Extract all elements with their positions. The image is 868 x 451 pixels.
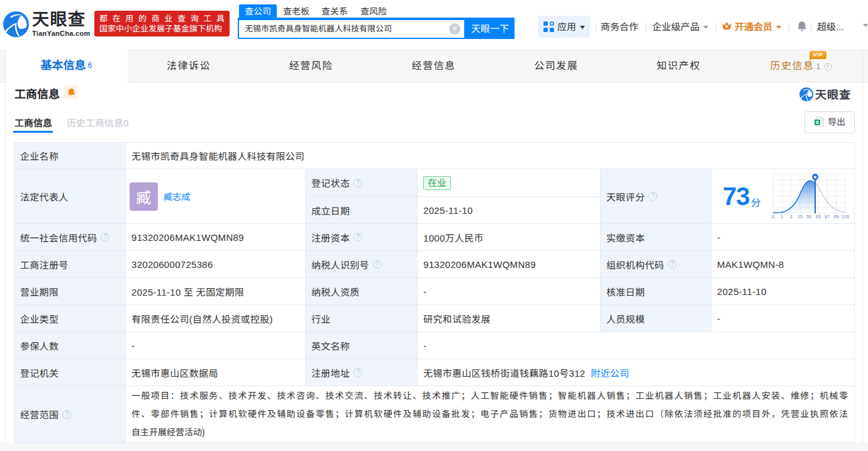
svg-text:3: 3 — [790, 214, 793, 219]
svg-text:15: 15 — [798, 214, 803, 219]
svg-text:85: 85 — [816, 214, 821, 219]
svg-text:0: 0 — [772, 214, 774, 219]
svg-text:50: 50 — [806, 214, 811, 219]
svg-text:100: 100 — [842, 214, 850, 219]
svg-text:97: 97 — [825, 214, 830, 219]
svg-text:1: 1 — [781, 214, 783, 219]
svg-text:99: 99 — [833, 214, 838, 219]
